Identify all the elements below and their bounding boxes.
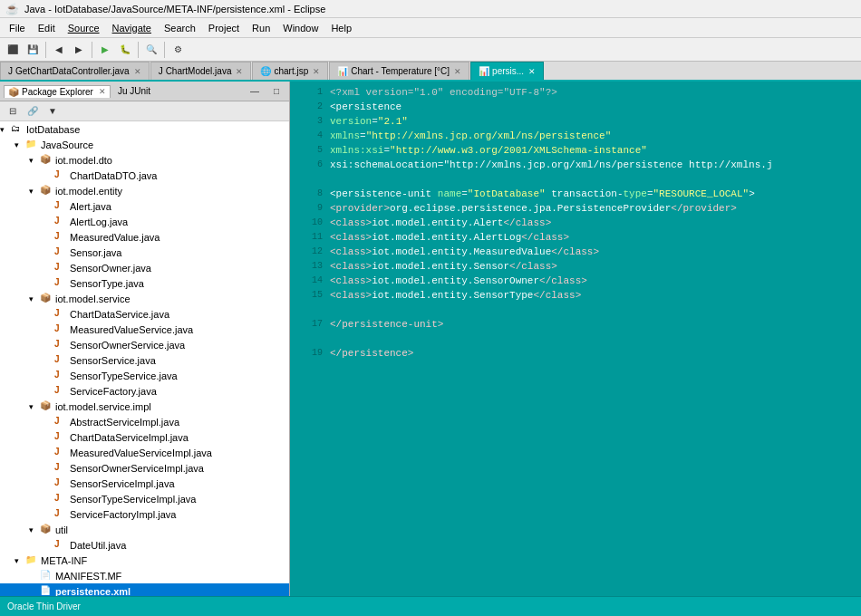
tab-junit[interactable]: Ju JUnit xyxy=(114,85,154,97)
xml-line xyxy=(297,332,854,346)
line-content[interactable]: <persistence xyxy=(330,100,401,114)
line-content[interactable]: <?xml version="1.0" encoding="UTF-8"?> xyxy=(330,85,557,100)
tree-item-SensorTypeService[interactable]: JSensorTypeService.java xyxy=(0,368,289,383)
tree-item-SensorServiceImpl[interactable]: JSensorServiceImpl.java xyxy=(0,476,289,491)
tree-item-iotdatabase[interactable]: ▾🗂IotDatabase xyxy=(0,121,289,137)
tree-item-persistence.xml[interactable]: 📄persistence.xml xyxy=(0,583,289,596)
tree-item-SensorOwnerServiceImpl[interactable]: JSensorOwnerServiceImpl.java xyxy=(0,460,289,476)
menu-item-run[interactable]: Run xyxy=(247,21,276,35)
tree-icon-SensorOwnerServiceImpl: J xyxy=(54,462,67,475)
maximize-explorer[interactable]: □ xyxy=(267,82,285,101)
tree-item-ChartDataService[interactable]: JChartDataService.java xyxy=(0,306,289,322)
menu-item-window[interactable]: Window xyxy=(277,21,324,35)
tab-package-explorer[interactable]: 📦 Package Explorer ✕ xyxy=(4,85,111,98)
status-text: Oracle Thin Driver xyxy=(7,602,81,611)
save-button[interactable]: 💾 xyxy=(24,41,42,59)
line-content[interactable]: <persistence-unit name="IotDatabase" tra… xyxy=(330,187,755,201)
menu-item-navigate[interactable]: Navigate xyxy=(107,21,157,35)
line-content[interactable]: xmlns:xsi="http://www.w3.org/2001/XMLSch… xyxy=(330,143,647,158)
minimize-explorer[interactable]: — xyxy=(246,82,264,101)
tree-item-javasource[interactable]: ▾📁JavaSource xyxy=(0,137,289,152)
line-content[interactable]: <class>iot.model.entity.Sensor</class> xyxy=(330,259,557,274)
tree-item-SensorTypeServiceImpl[interactable]: JSensorTypeServiceImpl.java xyxy=(0,491,289,506)
back-button[interactable]: ◀ xyxy=(50,41,68,59)
tree-item-Alert[interactable]: JAlert.java xyxy=(0,198,289,214)
line-content[interactable]: <provider>org.eclipse.persistence.jpa.Pe… xyxy=(330,201,737,216)
line-content[interactable]: <class>iot.model.entity.MeasuredValue</c… xyxy=(330,245,599,259)
line-content[interactable]: xsi:schemaLocation="http://xmlns.jcp.org… xyxy=(330,158,772,172)
menu-item-file[interactable]: File xyxy=(4,21,31,35)
editor-tab-ChartModel[interactable]: JChartModel.java✕ xyxy=(150,62,252,80)
tree-item-ServiceFactory[interactable]: JServiceFactory.java xyxy=(0,383,289,399)
tree-item-ChartDataDTO[interactable]: JChartDataDTO.java xyxy=(0,168,289,183)
tree-item-MeasuredValueServiceImpl[interactable]: JMeasuredValueServiceImpl.java xyxy=(0,445,289,460)
tab-close-chart[interactable]: ✕ xyxy=(313,67,320,76)
tree-item-DateUtil[interactable]: JDateUtil.java xyxy=(0,537,289,553)
preferences-button[interactable]: ⚙ xyxy=(169,41,187,59)
tree-item-MeasuredValueService[interactable]: JMeasuredValueService.java xyxy=(0,322,289,337)
link-editor-button[interactable]: 🔗 xyxy=(24,102,42,120)
tree-item-MeasuredValue[interactable]: JMeasuredValue.java xyxy=(0,229,289,245)
tree-item-SensorOwner[interactable]: JSensorOwner.java xyxy=(0,260,289,275)
editor-tab-GetChartDataController[interactable]: JGetChartDataController.java✕ xyxy=(0,62,150,80)
explorer-menu-button[interactable]: ▼ xyxy=(44,102,62,120)
xml-line: 3 version="2.1" xyxy=(297,114,854,129)
line-content[interactable]: version="2.1" xyxy=(330,114,408,129)
tree-arrow-javasource[interactable]: ▾ xyxy=(15,140,25,149)
tree-item-ChartDataServiceImpl[interactable]: JChartDataServiceImpl.java xyxy=(0,429,289,445)
line-content[interactable]: </persistence> xyxy=(330,346,413,361)
collapse-all-button[interactable]: ⊟ xyxy=(4,102,22,120)
tree-arrow-iot.model.dto[interactable]: ▾ xyxy=(29,156,40,165)
tree-label-SensorServiceImpl: SensorServiceImpl.java xyxy=(70,478,175,489)
xml-editor[interactable]: 1<?xml version="1.0" encoding="UTF-8"?>2… xyxy=(290,82,861,596)
tree-item-SensorType[interactable]: JSensorType.java xyxy=(0,275,289,291)
tree-item-iot.model.dto[interactable]: ▾📦iot.model.dto xyxy=(0,152,289,168)
tab-close-ChartTemp[interactable]: ✕ xyxy=(454,67,461,76)
tree-item-AbstractServiceImpl[interactable]: JAbstractServiceImpl.java xyxy=(0,414,289,429)
line-content[interactable]: <class>iot.model.entity.AlertLog</class> xyxy=(330,230,569,245)
tree-arrow-iotdatabase[interactable]: ▾ xyxy=(0,125,11,134)
tree-item-MANIFEST.MF[interactable]: 📄MANIFEST.MF xyxy=(0,568,289,583)
line-content[interactable]: <class>iot.model.entity.Alert</class> xyxy=(330,216,551,230)
tree-item-ServiceFactoryImpl[interactable]: JServiceFactoryImpl.java xyxy=(0,506,289,522)
run-button[interactable]: ▶ xyxy=(96,41,114,59)
tree-item-iot.model.service[interactable]: ▾📦iot.model.service xyxy=(0,291,289,306)
menu-item-source[interactable]: Source xyxy=(63,21,105,35)
menu-item-help[interactable]: Help xyxy=(325,21,357,35)
package-explorer-close[interactable]: ✕ xyxy=(99,87,106,96)
tree-item-SensorOwnerService[interactable]: JSensorOwnerService.java xyxy=(0,337,289,352)
menu-item-search[interactable]: Search xyxy=(159,21,201,35)
editor-tab-ChartTemp[interactable]: 📊Chart - Temperature [°C]✕ xyxy=(329,62,469,80)
tree-item-SensorService[interactable]: JSensorService.java xyxy=(0,352,289,368)
line-content[interactable]: </persistence-unit> xyxy=(330,317,443,332)
tab-close-GetChartDataController[interactable]: ✕ xyxy=(134,67,141,76)
tree-item-util[interactable]: ▾📦util xyxy=(0,522,289,537)
tree-arrow-util[interactable]: ▾ xyxy=(29,525,40,534)
debug-button[interactable]: 🐛 xyxy=(116,41,134,59)
tree-label-util: util xyxy=(55,525,68,535)
tree-arrow-iot.model.entity[interactable]: ▾ xyxy=(29,187,40,196)
search-toolbar-button[interactable]: 🔍 xyxy=(142,41,160,59)
line-content[interactable]: <class>iot.model.entity.SensorType</clas… xyxy=(330,288,581,303)
line-number: 13 xyxy=(297,259,323,274)
line-content[interactable]: <class>iot.model.entity.SensorOwner</cla… xyxy=(330,274,587,288)
tab-close-ChartModel[interactable]: ✕ xyxy=(236,67,243,76)
line-content[interactable]: xmlns="http://xmlns.jcp.org/xml/ns/persi… xyxy=(330,129,611,143)
tree-item-iot.model.entity[interactable]: ▾📦iot.model.entity xyxy=(0,183,289,198)
tree-item-AlertLog[interactable]: JAlertLog.java xyxy=(0,214,289,229)
new-button[interactable]: ⬛ xyxy=(4,41,22,59)
tree-arrow-META-INF[interactable]: ▾ xyxy=(15,556,25,565)
tree-item-META-INF[interactable]: ▾📁META-INF xyxy=(0,553,289,568)
menu-item-edit[interactable]: Edit xyxy=(33,21,61,35)
tab-close-persis[interactable]: ✕ xyxy=(528,67,536,76)
tree-item-iot.model.service.impl[interactable]: ▾📦iot.model.service.impl xyxy=(0,399,289,414)
menu-item-project[interactable]: Project xyxy=(203,21,245,35)
tree-label-SensorType: SensorType.java xyxy=(70,278,144,289)
package-tree[interactable]: ▾🗂IotDatabase▾📁JavaSource▾📦iot.model.dto… xyxy=(0,121,289,596)
forward-button[interactable]: ▶ xyxy=(70,41,88,59)
tree-arrow-iot.model.service.impl[interactable]: ▾ xyxy=(29,402,40,411)
editor-tab-chart[interactable]: 🌐chart.jsp✕ xyxy=(252,62,328,80)
editor-tab-persis[interactable]: 📊persis...✕ xyxy=(470,62,544,80)
tree-item-Sensor[interactable]: JSensor.java xyxy=(0,245,289,260)
tree-arrow-iot.model.service[interactable]: ▾ xyxy=(29,294,40,303)
